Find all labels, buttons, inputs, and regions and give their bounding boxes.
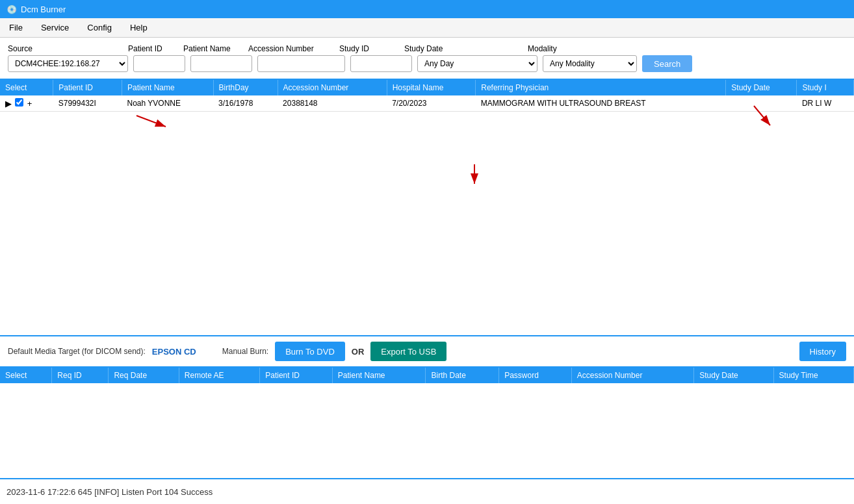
- bottom-section: Default Media Target (for DICOM send): E…: [0, 335, 854, 478]
- main-content: Source Patient ID Patient Name Accession…: [0, 38, 854, 478]
- lower-col-req-date: Req Date: [109, 368, 179, 383]
- search-button[interactable]: Search: [642, 55, 692, 72]
- row-expand-arrow: ▶: [5, 99, 12, 108]
- lower-data-table: Select Req ID Req Date Remote AE Patient…: [0, 368, 854, 383]
- search-panel: Source Patient ID Patient Name Accession…: [0, 38, 854, 80]
- upper-table-body: ▶ + S7999432I Noah YVONNE 3/16/1978 2038…: [0, 95, 854, 112]
- burn-to-dvd-button[interactable]: Burn To DVD: [275, 342, 345, 361]
- accession-number-input[interactable]: [257, 55, 345, 72]
- col-study-i: Study I: [797, 80, 854, 95]
- annotation-arrows: [0, 80, 854, 335]
- app-title: Dcm Burner: [21, 5, 66, 14]
- col-study-date: Study Date: [726, 80, 797, 95]
- cell-patient-name: Noah YVONNE: [122, 95, 213, 112]
- cell-birthday: 3/16/1978: [213, 95, 278, 112]
- patient-id-label: Patient ID: [128, 44, 183, 53]
- export-to-usb-button[interactable]: Export To USB: [370, 342, 446, 361]
- study-id-input[interactable]: [350, 55, 412, 72]
- row-arrow-cell: ▶ +: [0, 95, 53, 112]
- lower-col-birth-date: Birth Date: [426, 368, 499, 383]
- col-accession-number: Accession Number: [278, 80, 387, 95]
- action-bar: Default Media Target (for DICOM send): E…: [0, 336, 854, 368]
- lower-table-header: Select Req ID Req Date Remote AE Patient…: [0, 368, 854, 383]
- menu-service[interactable]: Service: [37, 21, 73, 34]
- cell-referring: MAMMOGRAM WITH ULTRASOUND BREAST: [476, 95, 726, 112]
- row-expand-plus: +: [27, 99, 32, 108]
- lower-col-password: Password: [499, 368, 572, 383]
- col-hospital-name: Hospital Name: [387, 80, 476, 95]
- upper-data-table: Select Patient ID Patient Name BirthDay …: [0, 80, 854, 112]
- col-birthday: BirthDay: [213, 80, 278, 95]
- col-patient-name: Patient Name: [122, 80, 213, 95]
- menu-file[interactable]: File: [5, 21, 27, 34]
- cell-study-date: [726, 95, 797, 112]
- lower-col-remote-ae: Remote AE: [179, 368, 259, 383]
- lower-col-study-date: Study Date: [694, 368, 773, 383]
- modality-label: Modality: [528, 44, 625, 53]
- lower-col-select: Select: [0, 368, 52, 383]
- lower-table-container: Select Req ID Req Date Remote AE Patient…: [0, 368, 854, 478]
- col-referring-physician: Referring Physician: [476, 80, 726, 95]
- cell-study-i: DR LI W: [797, 95, 854, 112]
- patient-id-input[interactable]: [133, 55, 185, 72]
- lower-col-req-id: Req ID: [52, 368, 109, 383]
- cell-hospital: 7/20/2023: [387, 95, 476, 112]
- source-select[interactable]: DCM4CHEE:192.168.27: [8, 55, 128, 72]
- upper-table-header: Select Patient ID Patient Name BirthDay …: [0, 80, 854, 95]
- media-target-value: EPSON CD: [152, 347, 196, 357]
- history-button[interactable]: History: [799, 342, 846, 361]
- source-label: Source: [8, 44, 128, 53]
- col-select: Select: [0, 80, 53, 95]
- lower-col-accession: Accession Number: [571, 368, 694, 383]
- default-media-label: Default Media Target (for DICOM send):: [8, 347, 146, 356]
- app-icon: 💿: [6, 5, 17, 14]
- cell-patient-id: S7999432I: [53, 95, 122, 112]
- accession-number-label: Accession Number: [248, 44, 339, 53]
- status-bar: 2023-11-6 17:22:6 645 [INFO] Listen Port…: [0, 478, 854, 504]
- lower-col-study-time: Study Time: [773, 368, 853, 383]
- patient-name-input[interactable]: [190, 55, 252, 72]
- status-message: 2023-11-6 17:22:6 645 [INFO] Listen Port…: [6, 487, 213, 497]
- menu-config[interactable]: Config: [83, 21, 116, 34]
- cell-accession: 20388148: [278, 95, 387, 112]
- table-row[interactable]: ▶ + S7999432I Noah YVONNE 3/16/1978 2038…: [0, 95, 854, 112]
- modality-select[interactable]: Any Modality: [543, 55, 637, 72]
- search-fields: DCM4CHEE:192.168.27 Any Day Any Modality…: [8, 55, 846, 72]
- svg-line-1: [136, 116, 166, 127]
- lower-col-patient-name: Patient Name: [332, 368, 426, 383]
- patient-name-label: Patient Name: [183, 44, 248, 53]
- lower-col-patient-id: Patient ID: [260, 368, 333, 383]
- study-date-select[interactable]: Any Day: [417, 55, 537, 72]
- col-patient-id: Patient ID: [53, 80, 122, 95]
- study-date-label: Study Date: [404, 44, 528, 53]
- manual-burn-label: Manual Burn:: [222, 347, 268, 356]
- menu-bar: File Service Config Help: [0, 18, 854, 38]
- upper-table-container: Select Patient ID Patient Name BirthDay …: [0, 80, 854, 335]
- title-bar: 💿 Dcm Burner: [0, 0, 854, 18]
- study-id-label: Study ID: [339, 44, 404, 53]
- row-checkbox[interactable]: [15, 98, 23, 107]
- menu-help[interactable]: Help: [126, 21, 151, 34]
- or-text: OR: [352, 347, 365, 357]
